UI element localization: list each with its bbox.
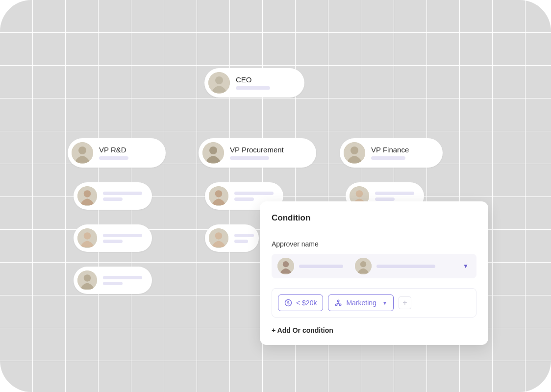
card-text — [103, 192, 142, 201]
approver-label: Approver name — [272, 240, 476, 248]
dollar-icon: $ — [284, 299, 292, 307]
placeholder-line — [230, 156, 269, 160]
org-card-vp-finance[interactable]: VP Finance — [340, 138, 443, 168]
placeholder-line — [371, 156, 405, 160]
avatar-ceo — [208, 72, 230, 94]
approver-avatar-2 — [355, 258, 372, 274]
card-text — [103, 234, 142, 243]
svg-point-26 — [338, 300, 340, 302]
placeholder-line — [103, 234, 142, 237]
placeholder-line — [234, 240, 248, 243]
approver-select[interactable]: ▼ — [272, 254, 476, 278]
svg-text:$: $ — [287, 300, 289, 305]
card-title: VP R&D — [99, 146, 128, 153]
placeholder-line — [376, 265, 435, 268]
org-card-member[interactable] — [74, 182, 152, 210]
chevron-down-icon: ▼ — [382, 300, 387, 306]
placeholder-line — [99, 156, 128, 160]
dept-tag[interactable]: Marketing ▼ — [328, 294, 393, 311]
org-card-member[interactable] — [74, 267, 152, 294]
panel-title: Condition — [272, 213, 476, 231]
card-text — [234, 192, 274, 201]
card-title: CEO — [236, 76, 270, 83]
dept-tag-label: Marketing — [346, 299, 376, 307]
avatar-member — [77, 270, 97, 290]
add-or-condition-button[interactable]: + Add Or condition — [272, 326, 476, 334]
card-text: VP R&D — [99, 146, 128, 160]
org-card-member[interactable] — [205, 224, 259, 252]
avatar-member — [77, 228, 97, 248]
avatar-vp-finance — [344, 142, 365, 164]
avatar-vp-rnd — [72, 142, 93, 164]
card-text — [234, 234, 254, 243]
card-title: VP Finance — [371, 146, 409, 153]
svg-point-13 — [84, 274, 91, 282]
placeholder-line — [103, 192, 142, 195]
placeholder-line — [234, 192, 274, 195]
org-chart-canvas[interactable]: CEO VP R&D VP Procurement VP Finance — [0, 0, 551, 392]
svg-point-19 — [356, 190, 363, 197]
approver-avatar-1 — [277, 258, 294, 274]
avatar-member — [209, 228, 228, 248]
svg-point-15 — [215, 190, 223, 197]
svg-point-5 — [209, 147, 217, 154]
placeholder-line — [103, 282, 123, 285]
avatar-member — [209, 186, 228, 206]
org-card-vp-rnd[interactable]: VP R&D — [68, 138, 166, 168]
card-text: CEO — [236, 76, 270, 90]
network-icon — [334, 299, 342, 307]
avatar-vp-procurement — [202, 142, 224, 164]
avatar-member — [77, 186, 97, 206]
svg-point-23 — [360, 261, 366, 267]
chevron-down-icon[interactable]: ▼ — [461, 261, 471, 271]
svg-point-9 — [84, 190, 91, 197]
placeholder-line — [234, 234, 254, 237]
placeholder-line — [236, 86, 270, 90]
card-text — [103, 276, 142, 285]
placeholder-line — [103, 240, 123, 243]
placeholder-line — [234, 197, 254, 201]
svg-point-1 — [215, 76, 223, 84]
svg-point-3 — [78, 147, 86, 154]
add-tag-button[interactable]: + — [399, 296, 411, 309]
condition-tag-row: $ < $20k Marketing ▼ + — [272, 288, 476, 318]
svg-point-21 — [283, 261, 289, 267]
condition-panel: Condition Approver name ▼ $ < $20k — [260, 201, 488, 345]
svg-point-17 — [215, 232, 223, 240]
card-text: VP Finance — [371, 146, 409, 160]
card-text: VP Procurement — [230, 146, 284, 160]
amount-tag-label: < $20k — [296, 299, 317, 307]
card-text — [375, 192, 414, 201]
card-title: VP Procurement — [230, 146, 284, 153]
placeholder-line — [299, 265, 343, 268]
placeholder-line — [375, 197, 395, 201]
svg-point-11 — [84, 232, 91, 240]
placeholder-line — [375, 192, 414, 195]
placeholder-line — [103, 197, 123, 201]
org-card-member[interactable] — [74, 224, 152, 252]
svg-point-7 — [351, 147, 358, 154]
org-card-vp-procurement[interactable]: VP Procurement — [199, 138, 316, 168]
amount-tag[interactable]: $ < $20k — [278, 294, 323, 311]
org-card-ceo[interactable]: CEO — [204, 68, 304, 98]
placeholder-line — [103, 276, 142, 279]
